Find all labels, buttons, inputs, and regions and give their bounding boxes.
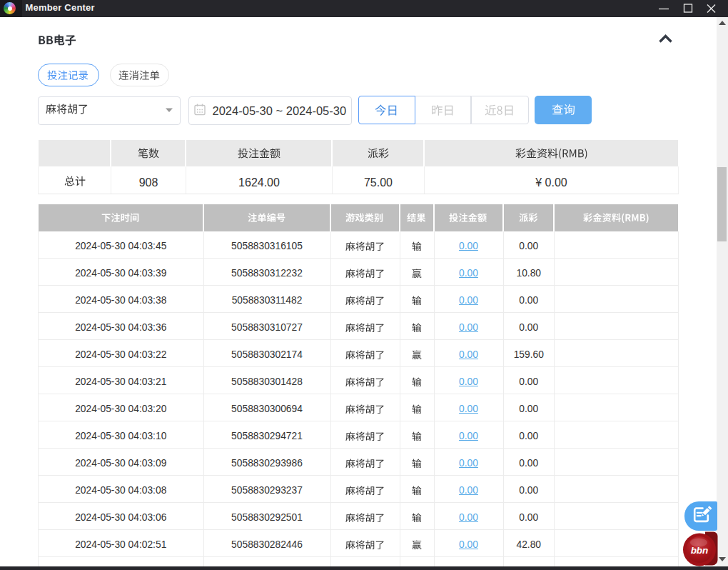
- svg-text:bbn: bbn: [691, 545, 709, 556]
